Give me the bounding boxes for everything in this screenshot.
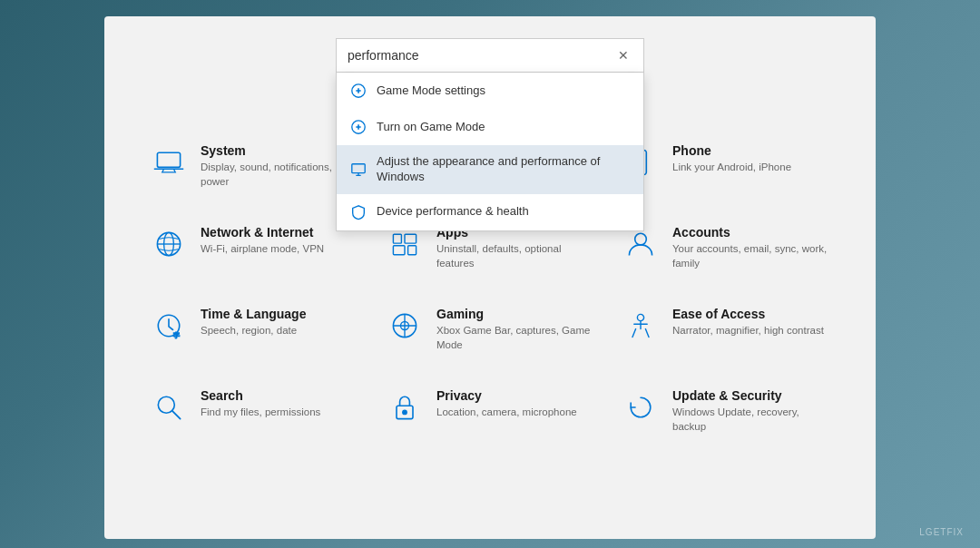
search-icon xyxy=(150,388,188,426)
settings-item-phone[interactable]: Phone Link your Android, iPhone xyxy=(612,134,839,198)
svg-rect-3 xyxy=(157,152,180,167)
settings-subtitle-accounts: Your accounts, email, sync, work, family xyxy=(672,242,830,270)
settings-title-gaming: Gaming xyxy=(436,307,594,321)
settings-text-ease-of-access: Ease of Access Narrator, magnifier, high… xyxy=(672,307,830,338)
settings-item-time-language[interactable]: 字 Time & Language Speech, region, date xyxy=(141,298,368,361)
update-icon xyxy=(622,388,660,426)
display-icon xyxy=(349,161,368,179)
settings-text-phone: Phone Link your Android, iPhone xyxy=(672,143,830,175)
settings-title-network: Network & Internet xyxy=(201,225,358,240)
svg-text:字: 字 xyxy=(173,331,180,339)
settings-text-update-security: Update & Security Windows Update, recove… xyxy=(672,388,830,434)
search-input[interactable] xyxy=(348,48,614,63)
settings-subtitle-system: Display, sound, notifications, power xyxy=(201,161,358,189)
settings-item-ease-of-access[interactable]: Ease of Access Narrator, magnifier, high… xyxy=(612,298,839,361)
dropdown-item-device-performance[interactable]: Device performance & health xyxy=(337,194,643,230)
svg-line-25 xyxy=(172,411,181,419)
settings-title-time-language: Time & Language xyxy=(201,307,358,321)
settings-subtitle-phone: Link your Android, iPhone xyxy=(672,161,830,175)
svg-point-18 xyxy=(635,233,647,245)
settings-subtitle-search: Find my files, permissions xyxy=(201,406,358,420)
watermark: LGETFIX xyxy=(919,527,964,537)
gamemode-icon xyxy=(349,82,368,100)
settings-item-gaming[interactable]: Gaming Xbox Game Bar, captures, Game Mod… xyxy=(377,298,603,361)
ease-icon xyxy=(622,307,660,345)
settings-subtitle-privacy: Location, camera, microphone xyxy=(436,406,594,420)
settings-subtitle-ease-of-access: Narrator, magnifier, high contrast xyxy=(672,324,830,338)
privacy-icon xyxy=(386,388,424,426)
settings-item-system[interactable]: System Display, sound, notifications, po… xyxy=(141,134,368,198)
settings-title-system: System xyxy=(201,143,358,158)
dropdown-item-turn-on-game-mode-label: Turn on Game Mode xyxy=(377,120,631,135)
settings-item-update-security[interactable]: Update & Security Windows Update, recove… xyxy=(612,379,839,443)
svg-rect-15 xyxy=(405,234,416,243)
search-clear-button[interactable]: ✕ xyxy=(614,46,632,64)
settings-subtitle-gaming: Xbox Game Bar, captures, Game Mode xyxy=(436,324,594,352)
settings-subtitle-time-language: Speech, region, date xyxy=(201,324,358,338)
time-icon: 字 xyxy=(150,307,188,345)
settings-item-accounts[interactable]: Accounts Your accounts, email, sync, wor… xyxy=(612,216,839,279)
shield-icon xyxy=(349,203,368,221)
dropdown-item-game-mode-settings[interactable]: Game Mode settings xyxy=(337,73,643,109)
svg-rect-2 xyxy=(352,164,365,173)
settings-text-search: Search Find my files, permissions xyxy=(201,388,358,420)
settings-item-privacy[interactable]: Privacy Location, camera, microphone xyxy=(377,379,603,443)
search-dropdown: Game Mode settings Turn on Game Mode xyxy=(336,73,644,231)
settings-text-system: System Display, sound, notifications, po… xyxy=(201,143,358,189)
search-box: ✕ xyxy=(336,38,644,73)
dropdown-item-adjust-appearance-label: Adjust the appearance and performance of… xyxy=(377,154,631,185)
svg-rect-14 xyxy=(393,234,401,243)
dropdown-item-game-mode-settings-label: Game Mode settings xyxy=(377,83,631,99)
settings-subtitle-apps: Uninstall, defaults, optional features xyxy=(436,242,594,270)
settings-subtitle-network: Wi-Fi, airplane mode, VPN xyxy=(201,242,358,257)
settings-title-accounts: Accounts xyxy=(672,225,830,240)
settings-item-search[interactable]: Search Find my files, permissions xyxy=(141,379,368,443)
gaming-icon xyxy=(386,307,424,345)
settings-title-update-security: Update & Security xyxy=(672,388,830,403)
settings-title-phone: Phone xyxy=(672,143,830,158)
svg-point-23 xyxy=(637,314,643,320)
svg-point-27 xyxy=(403,410,407,415)
gamemode2-icon xyxy=(349,118,368,136)
settings-text-apps: Apps Uninstall, defaults, optional featu… xyxy=(436,225,594,270)
dropdown-item-adjust-appearance[interactable]: Adjust the appearance and performance of… xyxy=(337,145,643,194)
settings-window: ✕ Game Mode settings xyxy=(104,16,876,539)
settings-subtitle-update-security: Windows Update, recovery, backup xyxy=(672,406,830,434)
settings-item-network[interactable]: Network & Internet Wi-Fi, airplane mode,… xyxy=(141,216,368,279)
svg-rect-16 xyxy=(393,246,405,255)
search-container: ✕ Game Mode settings xyxy=(336,38,644,73)
laptop-icon xyxy=(150,143,188,181)
settings-text-privacy: Privacy Location, camera, microphone xyxy=(436,388,594,420)
settings-title-privacy: Privacy xyxy=(436,388,594,403)
settings-text-network: Network & Internet Wi-Fi, airplane mode,… xyxy=(201,225,358,257)
settings-text-time-language: Time & Language Speech, region, date xyxy=(201,307,358,338)
settings-title-search: Search xyxy=(201,388,358,403)
svg-rect-17 xyxy=(408,246,416,255)
settings-text-gaming: Gaming Xbox Game Bar, captures, Game Mod… xyxy=(436,307,594,352)
dropdown-item-turn-on-game-mode[interactable]: Turn on Game Mode xyxy=(337,109,643,145)
network-icon xyxy=(150,225,188,263)
settings-content: ✕ Game Mode settings xyxy=(104,16,876,539)
dropdown-item-device-performance-label: Device performance & health xyxy=(377,204,631,220)
settings-title-ease-of-access: Ease of Access xyxy=(672,307,830,321)
settings-text-accounts: Accounts Your accounts, email, sync, wor… xyxy=(672,225,830,270)
